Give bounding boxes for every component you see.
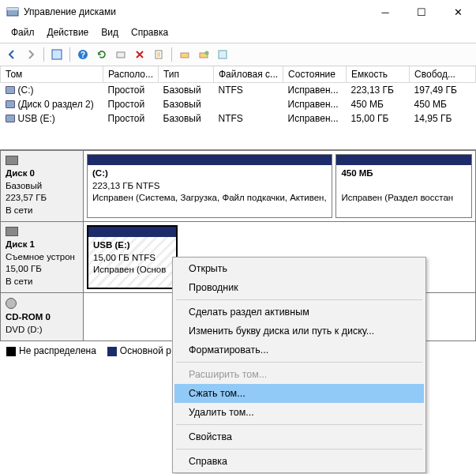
menu-view[interactable]: Вид bbox=[95, 25, 125, 40]
menubar: Файл Действие Вид Справка bbox=[0, 24, 476, 43]
tool-button-4[interactable] bbox=[214, 46, 231, 63]
table-row[interactable]: (Диск 0 раздел 2) ПростойБазовыйИсправен… bbox=[1, 97, 476, 111]
tool-button-3[interactable] bbox=[195, 46, 212, 63]
partition-recovery[interactable]: 450 МБ Исправен (Раздел восстан bbox=[335, 154, 472, 218]
volume-icon bbox=[6, 115, 15, 122]
refresh-button[interactable] bbox=[93, 46, 111, 63]
disk-header[interactable]: Диск 1 Съемное устрон 15,00 ГБ В сети bbox=[1, 222, 84, 292]
legend-primary-icon bbox=[107, 347, 117, 356]
ctx-shrink[interactable]: Сжать том... bbox=[174, 384, 424, 403]
ctx-properties[interactable]: Свойства bbox=[174, 427, 424, 446]
svg-rect-2 bbox=[52, 50, 62, 59]
views-button[interactable] bbox=[48, 46, 66, 63]
disk-row-0: Диск 0 Базовый 223,57 ГБ В сети (C:) 223… bbox=[0, 150, 476, 222]
window-title: Управление дисками bbox=[24, 6, 367, 17]
menu-file[interactable]: Файл bbox=[5, 25, 41, 40]
ctx-explorer[interactable]: Проводник bbox=[174, 278, 424, 297]
svg-rect-1 bbox=[7, 8, 18, 10]
svg-rect-5 bbox=[117, 52, 125, 58]
ctx-open[interactable]: Открыть bbox=[174, 259, 424, 278]
tool-button-1[interactable] bbox=[112, 46, 129, 63]
menu-help[interactable]: Справка bbox=[125, 25, 174, 40]
delete-icon[interactable] bbox=[131, 46, 148, 63]
volume-icon bbox=[6, 86, 15, 94]
minimize-button[interactable]: ─ bbox=[367, 0, 403, 24]
back-button[interactable] bbox=[3, 46, 21, 63]
ctx-format[interactable]: Форматировать... bbox=[174, 340, 424, 359]
svg-rect-10 bbox=[219, 51, 227, 58]
ctx-change-letter[interactable]: Изменить букву диска или путь к диску... bbox=[174, 322, 424, 340]
menu-action[interactable]: Действие bbox=[41, 25, 96, 40]
tool-button-2[interactable] bbox=[176, 46, 193, 63]
ctx-extend: Расширить том... bbox=[174, 365, 424, 384]
svg-point-9 bbox=[205, 51, 209, 55]
svg-text:?: ? bbox=[81, 51, 85, 59]
cd-icon bbox=[6, 298, 17, 309]
ctx-delete[interactable]: Удалить том... bbox=[174, 403, 424, 422]
col-free[interactable]: Свобод... bbox=[410, 66, 476, 83]
close-button[interactable]: ✕ bbox=[440, 0, 476, 24]
col-volume[interactable]: Том bbox=[1, 66, 103, 83]
col-status[interactable]: Состояние bbox=[283, 66, 347, 83]
partition-usb-e[interactable]: USB (E:) 15,00 ГБ NTFS Исправен (Основ bbox=[87, 225, 178, 289]
col-fs[interactable]: Файловая с... bbox=[214, 66, 283, 83]
disk-header[interactable]: CD-ROM 0 DVD (D:) bbox=[1, 293, 84, 340]
table-row[interactable]: (C:) ПростойБазовыйNTFSИсправен...223,13… bbox=[1, 83, 476, 98]
col-layout[interactable]: Располо... bbox=[103, 66, 159, 83]
col-type[interactable]: Тип bbox=[159, 66, 214, 83]
partition-c[interactable]: (C:) 223,13 ГБ NTFS Исправен (Система, З… bbox=[87, 154, 332, 218]
table-row[interactable]: USB (E:) ПростойБазовыйNTFSИсправен...15… bbox=[1, 111, 476, 126]
disk-icon bbox=[6, 227, 18, 236]
app-icon bbox=[6, 6, 19, 18]
ctx-make-active[interactable]: Сделать раздел активным bbox=[174, 303, 424, 322]
help-button[interactable]: ? bbox=[74, 46, 92, 63]
toolbar: ? bbox=[0, 43, 476, 66]
volume-icon bbox=[6, 100, 15, 108]
maximize-button[interactable]: ☐ bbox=[403, 0, 440, 24]
volume-table: Том Располо... Тип Файловая с... Состоян… bbox=[0, 66, 476, 150]
legend-unallocated-icon bbox=[6, 347, 16, 356]
titlebar: Управление дисками ─ ☐ ✕ bbox=[0, 0, 476, 24]
ctx-help[interactable]: Справка bbox=[174, 452, 424, 471]
context-menu: Открыть Проводник Сделать раздел активны… bbox=[172, 257, 426, 473]
col-capacity[interactable]: Емкость bbox=[347, 66, 410, 83]
disk-header[interactable]: Диск 0 Базовый 223,57 ГБ В сети bbox=[1, 151, 84, 221]
properties-icon[interactable] bbox=[150, 46, 167, 63]
forward-button[interactable] bbox=[22, 46, 39, 63]
disk-icon bbox=[6, 156, 18, 165]
svg-rect-7 bbox=[181, 53, 189, 58]
